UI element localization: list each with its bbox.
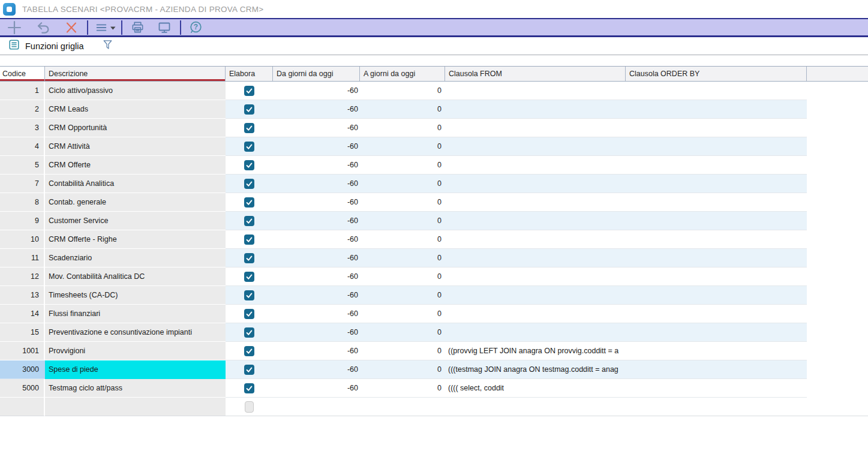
- elabora-cell[interactable]: [226, 379, 273, 398]
- column-header-descrizione[interactable]: Descrizione: [45, 67, 226, 81]
- a-giorni-cell[interactable]: 0: [360, 305, 445, 323]
- codice-cell[interactable]: 7: [0, 175, 45, 193]
- table-row[interactable]: 3 CRM Opportunità -60 0: [0, 119, 868, 137]
- print-button[interactable]: [126, 19, 149, 35]
- elabora-cell[interactable]: [226, 249, 273, 267]
- da-giorni-cell[interactable]: [273, 398, 360, 416]
- from-cell[interactable]: ((provvig LEFT JOIN anagra ON provvig.co…: [445, 342, 626, 360]
- codice-cell[interactable]: 8: [0, 193, 45, 212]
- a-giorni-cell[interactable]: 0: [360, 156, 445, 175]
- from-cell[interactable]: [445, 137, 626, 156]
- elabora-cell[interactable]: [226, 193, 273, 212]
- table-row[interactable]: 2 CRM Leads -60 0: [0, 100, 868, 119]
- elabora-checkbox-checked[interactable]: [244, 327, 254, 338]
- elabora-cell[interactable]: [226, 342, 273, 360]
- elabora-checkbox-checked[interactable]: [244, 383, 254, 393]
- elabora-cell[interactable]: [226, 398, 273, 416]
- elabora-cell[interactable]: [226, 100, 273, 119]
- elabora-cell[interactable]: [226, 82, 273, 100]
- descrizione-cell[interactable]: Testmag ciclo att/pass: [45, 379, 226, 398]
- da-giorni-cell[interactable]: -60: [273, 342, 360, 360]
- elabora-checkbox-checked[interactable]: [244, 216, 254, 226]
- codice-cell[interactable]: 9: [0, 212, 45, 230]
- elabora-cell[interactable]: [226, 267, 273, 286]
- grid-functions-label[interactable]: Funzioni griglia: [25, 41, 84, 51]
- a-giorni-cell[interactable]: 0: [360, 342, 445, 360]
- elabora-checkbox-checked[interactable]: [244, 234, 254, 245]
- orderby-cell[interactable]: [626, 156, 807, 175]
- table-row[interactable]: 13 Timesheets (CA-DC) -60 0: [0, 286, 868, 305]
- a-giorni-cell[interactable]: 0: [360, 230, 445, 249]
- table-row[interactable]: 1 Ciclo attivo/passivo -60 0: [0, 82, 868, 100]
- column-header-elabora[interactable]: Elabora: [226, 67, 273, 81]
- delete-button[interactable]: [60, 19, 83, 35]
- table-row[interactable]: 15 Preventivazione e consuntivazione imp…: [0, 323, 868, 342]
- descrizione-cell[interactable]: CRM Leads: [45, 100, 226, 119]
- elabora-cell[interactable]: [226, 119, 273, 137]
- from-cell[interactable]: [445, 267, 626, 286]
- elabora-cell[interactable]: [226, 230, 273, 249]
- codice-cell[interactable]: 11: [0, 249, 45, 267]
- da-giorni-cell[interactable]: -60: [273, 360, 360, 379]
- a-giorni-cell[interactable]: 0: [360, 267, 445, 286]
- elabora-checkbox-checked[interactable]: [244, 104, 254, 115]
- a-giorni-cell[interactable]: 0: [360, 379, 445, 398]
- da-giorni-cell[interactable]: -60: [273, 137, 360, 156]
- da-giorni-cell[interactable]: -60: [273, 82, 360, 100]
- descrizione-cell[interactable]: Scadenziario: [45, 249, 226, 267]
- orderby-cell[interactable]: [626, 212, 807, 230]
- da-giorni-cell[interactable]: -60: [273, 323, 360, 342]
- descrizione-cell[interactable]: Provvigioni: [45, 342, 226, 360]
- descrizione-cell[interactable]: CRM Offerte: [45, 156, 226, 175]
- descrizione-cell[interactable]: Preventivazione e consuntivazione impian…: [45, 323, 226, 342]
- codice-cell[interactable]: 12: [0, 267, 45, 286]
- da-giorni-cell[interactable]: -60: [273, 267, 360, 286]
- elabora-cell[interactable]: [226, 137, 273, 156]
- descrizione-cell[interactable]: Flussi finanziari: [45, 305, 226, 323]
- elabora-checkbox-checked[interactable]: [244, 253, 254, 263]
- descrizione-cell[interactable]: CRM Opportunità: [45, 119, 226, 137]
- codice-cell[interactable]: 5000: [0, 379, 45, 398]
- codice-cell[interactable]: 3: [0, 119, 45, 137]
- da-giorni-cell[interactable]: -60: [273, 119, 360, 137]
- orderby-cell[interactable]: [626, 100, 807, 119]
- a-giorni-cell[interactable]: 0: [360, 137, 445, 156]
- column-header-a-giorni[interactable]: A giorni da oggi: [360, 67, 445, 81]
- descrizione-cell[interactable]: Timesheets (CA-DC): [45, 286, 226, 305]
- a-giorni-cell[interactable]: 0: [360, 212, 445, 230]
- table-row[interactable]: 14 Flussi finanziari -60 0: [0, 305, 868, 323]
- orderby-cell[interactable]: [626, 342, 807, 360]
- from-cell[interactable]: [445, 286, 626, 305]
- orderby-cell[interactable]: [626, 323, 807, 342]
- orderby-cell[interactable]: [626, 82, 807, 100]
- orderby-cell[interactable]: [626, 175, 807, 193]
- orderby-cell[interactable]: [626, 137, 807, 156]
- codice-cell[interactable]: 14: [0, 305, 45, 323]
- elabora-checkbox-unchecked[interactable]: [245, 401, 254, 413]
- from-cell[interactable]: [445, 230, 626, 249]
- from-cell[interactable]: [445, 398, 626, 416]
- elabora-checkbox-checked[interactable]: [244, 365, 254, 375]
- orderby-cell[interactable]: [626, 360, 807, 379]
- elabora-checkbox-checked[interactable]: [244, 197, 254, 208]
- elabora-checkbox-checked[interactable]: [244, 160, 254, 170]
- table-row[interactable]: 11 Scadenziario -60 0: [0, 249, 868, 267]
- elabora-checkbox-checked[interactable]: [244, 346, 254, 356]
- table-row[interactable]: 1001 Provvigioni -60 0 ((provvig LEFT JO…: [0, 342, 868, 360]
- filter-funnel-icon[interactable]: [102, 38, 113, 53]
- codice-cell[interactable]: 1001: [0, 342, 45, 360]
- descrizione-cell[interactable]: Contabilità Analitica: [45, 175, 226, 193]
- a-giorni-cell[interactable]: 0: [360, 119, 445, 137]
- a-giorni-cell[interactable]: 0: [360, 193, 445, 212]
- orderby-cell[interactable]: [626, 193, 807, 212]
- orderby-cell[interactable]: [626, 398, 807, 416]
- table-row[interactable]: 10 CRM Offerte - Righe -60 0: [0, 230, 868, 249]
- grid-functions-icon[interactable]: [8, 39, 20, 53]
- codice-cell[interactable]: 2: [0, 100, 45, 119]
- codice-cell[interactable]: 13: [0, 286, 45, 305]
- from-cell[interactable]: [445, 323, 626, 342]
- table-row[interactable]: 12 Mov. Contabilità Analitica DC -60 0: [0, 267, 868, 286]
- codice-cell[interactable]: 1: [0, 82, 45, 100]
- da-giorni-cell[interactable]: -60: [273, 193, 360, 212]
- from-cell[interactable]: [445, 175, 626, 193]
